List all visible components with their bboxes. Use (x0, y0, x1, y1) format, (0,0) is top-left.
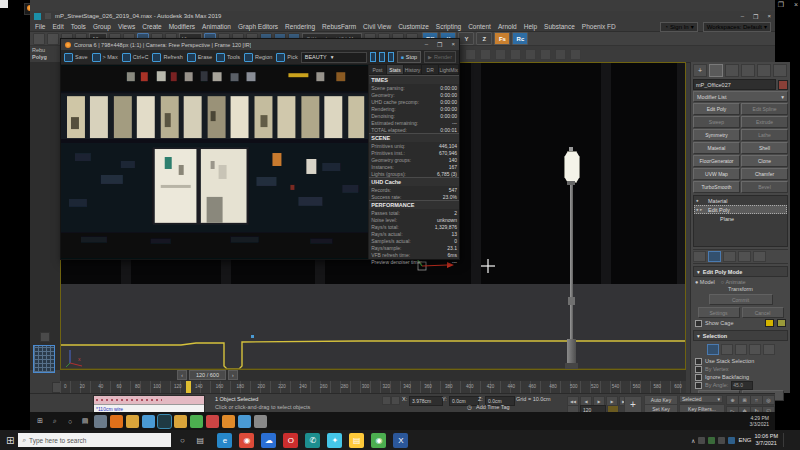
pin-stack-icon[interactable] (693, 251, 706, 262)
menu-item[interactable]: Arnold (498, 23, 517, 30)
street-lamp[interactable] (560, 147, 582, 369)
corona-tool-button[interactable]: Refresh (152, 53, 182, 62)
macro-recorder-field[interactable] (94, 396, 204, 404)
model-radio[interactable]: ● Model (695, 279, 715, 285)
field-of-view-icon[interactable]: ◎ (762, 395, 775, 405)
taskbar-app-icon[interactable] (158, 415, 171, 428)
by-vertex-checkbox[interactable] (695, 366, 702, 373)
redo-icon[interactable] (47, 33, 59, 45)
menu-item[interactable]: Help (524, 23, 537, 30)
taskbar-app-icon[interactable] (126, 415, 139, 428)
ribbon-icon[interactable] (495, 49, 506, 60)
corona-tool-button[interactable]: Save (64, 53, 88, 62)
menu-item[interactable]: Edit (52, 23, 63, 30)
menu-item[interactable]: Views (118, 23, 135, 30)
ribbon-icon[interactable] (525, 49, 536, 60)
next-frame-button[interactable]: › (228, 370, 238, 380)
ignore-backfacing-checkbox[interactable] (695, 374, 702, 381)
zoom-out-icon[interactable] (370, 52, 376, 62)
render-element-dropdown[interactable]: BEAUTY▾ (301, 52, 367, 63)
zoom-reset-icon[interactable] (379, 52, 385, 62)
taskbar-app-icon[interactable] (238, 415, 251, 428)
menu-item[interactable]: RebusFarm (322, 23, 356, 30)
taskbar-app-icon[interactable] (206, 415, 219, 428)
modify-tab-icon[interactable] (709, 64, 723, 77)
ribbon-icon[interactable] (555, 49, 566, 60)
render-button[interactable]: ▶Render (424, 51, 456, 63)
taskbar-app-icon[interactable]: X (393, 433, 408, 448)
taskbar-clock[interactable]: 10:06 PM 3/7/2021 (754, 433, 778, 447)
ribbon-icon[interactable] (465, 49, 476, 60)
create-tab-icon[interactable]: + (693, 64, 707, 77)
taskbar-app-icon[interactable] (174, 415, 187, 428)
corona-vfb-window[interactable]: Corona 6 | 798×448px (1:1) | Camera: Fre… (60, 38, 460, 260)
dock-button[interactable] (40, 332, 50, 342)
onedrive-tray-icon[interactable] (698, 437, 705, 444)
menu-item[interactable]: Content (468, 23, 491, 30)
display-tab-icon[interactable] (757, 64, 771, 77)
inner-start-button[interactable]: ⊞ (34, 417, 46, 425)
modifier-preset-button[interactable]: Material (693, 142, 740, 154)
commit-button[interactable]: Commit (709, 294, 773, 305)
taskbar-search-input[interactable]: ⌕ Type here to search (18, 433, 171, 447)
new-key-button[interactable]: + (624, 396, 642, 413)
time-slider-handle[interactable]: ‹ 120 / 600 › (177, 371, 238, 379)
taskbar-app-icon[interactable]: ◉ (371, 433, 386, 448)
vertex-mode-icon[interactable] (707, 344, 719, 355)
corona-tab[interactable]: History (404, 65, 422, 74)
by-angle-field[interactable]: 45.0 (731, 381, 753, 390)
modifier-preset-button[interactable]: Symmetry (693, 129, 740, 141)
ribbon-icon[interactable] (480, 49, 491, 60)
isolate-selection-icon[interactable] (382, 396, 391, 405)
modifier-preset-button[interactable]: Bevel (741, 181, 788, 193)
edge-mode-icon[interactable] (721, 344, 733, 355)
y-coordinate-field[interactable]: 0.0cm (449, 396, 479, 406)
corona-tab[interactable]: LightMix (439, 65, 459, 74)
taskbar-app-icon[interactable]: ✆ (305, 433, 320, 448)
corona-tab[interactable]: Stats (387, 65, 405, 74)
taskbar-app-icon[interactable]: ✦ (327, 433, 342, 448)
configure-modifier-sets-icon[interactable] (753, 251, 766, 262)
cortana-icon[interactable]: ○ (175, 436, 189, 445)
modifier-preset-button[interactable]: Extrude (741, 116, 788, 128)
cancel-button[interactable]: Cancel (742, 307, 784, 318)
current-frame-marker[interactable] (186, 381, 191, 393)
visibility-eye-icon[interactable]: ● (696, 198, 706, 203)
corona-maximize-button[interactable]: ❐ (437, 41, 442, 48)
menu-item[interactable]: Graph Editors (238, 23, 278, 30)
taskbar-app-icon[interactable]: O (283, 433, 298, 448)
start-button[interactable]: ⊞ (6, 435, 14, 446)
border-mode-icon[interactable] (735, 344, 747, 355)
max-close-button[interactable]: × (767, 13, 771, 20)
modifier-list-dropdown[interactable]: Modifier List ▾ (693, 91, 788, 102)
remove-modifier-icon[interactable] (738, 251, 751, 262)
max-maximize-button[interactable]: ❐ (753, 13, 758, 20)
modifier-preset-button[interactable]: UVW Map (693, 168, 740, 180)
inner-search-icon[interactable]: ⌕ (49, 417, 61, 425)
animate-radio[interactable]: ○ Animate (721, 279, 746, 285)
undo-icon[interactable] (33, 33, 45, 45)
menu-item[interactable]: File (35, 23, 45, 30)
utilities-tab-icon[interactable] (773, 64, 787, 77)
corona-tool-button[interactable]: > Max (92, 53, 118, 62)
task-view-icon[interactable]: ▤ (193, 436, 207, 445)
show-cage-checkbox[interactable] (695, 320, 702, 327)
modifier-preset-button[interactable]: FloorGenerator (693, 155, 740, 167)
selection-rollout-header[interactable]: ▾ Selection (693, 330, 788, 341)
plugin-toolbar-button[interactable]: Y (458, 32, 474, 45)
hierarchy-tab-icon[interactable] (725, 64, 739, 77)
taskbar-app-icon[interactable] (94, 415, 107, 428)
corona-tool-button[interactable]: Region (244, 53, 272, 62)
menu-item[interactable]: Civil View (363, 23, 391, 30)
modifier-preset-button[interactable]: Sweep (693, 116, 740, 128)
menu-item[interactable]: Modifiers (169, 23, 195, 30)
object-color-swatch[interactable] (778, 80, 788, 90)
max-minimize-button[interactable]: – (741, 13, 744, 20)
audio-tray-icon[interactable] (718, 437, 725, 444)
selection-lock-icon[interactable] (391, 396, 400, 405)
key-selection-dropdown[interactable]: Selected▾ (679, 395, 723, 403)
stop-render-button[interactable]: ■Stop (397, 51, 421, 63)
plugin-toolbar-button[interactable]: Rc (512, 32, 528, 45)
menu-item[interactable]: Rendering (285, 23, 315, 30)
corona-close-button[interactable]: × (451, 41, 455, 48)
